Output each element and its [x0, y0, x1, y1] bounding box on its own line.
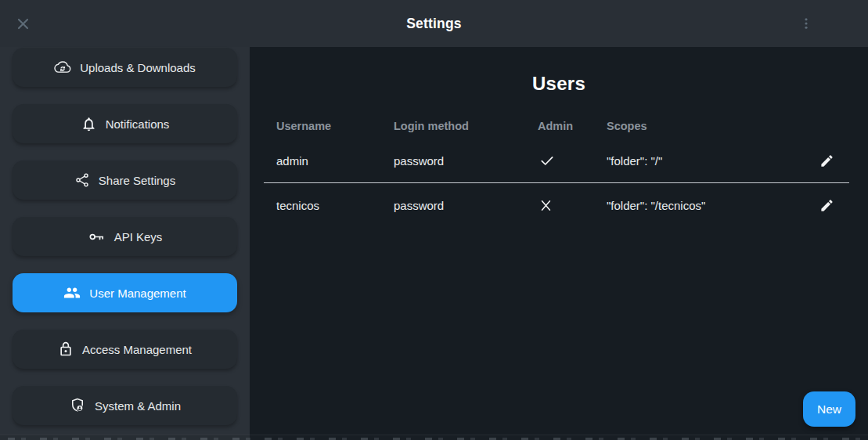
shield-admin-icon: [69, 397, 86, 414]
sidebar-item-api-keys[interactable]: API Keys: [13, 217, 237, 256]
sidebar-item-label: API Keys: [114, 230, 163, 243]
more-options-button[interactable]: [793, 10, 819, 37]
settings-sidebar: Uploads & Downloads Notifications Share …: [0, 47, 250, 435]
cell-scopes: "folder": "/": [607, 154, 818, 168]
key-icon: [88, 228, 106, 246]
page-title: Users: [250, 73, 868, 95]
cloud-sync-icon: [54, 59, 71, 76]
column-header-username: Username: [276, 120, 394, 132]
sidebar-item-label: Uploads & Downloads: [80, 61, 196, 74]
cell-login-method: password: [394, 199, 538, 212]
table-row: tecnicos password "folder": "/tecnicos": [264, 183, 849, 228]
admin-cross-icon: [539, 199, 553, 212]
share-icon: [74, 172, 90, 188]
table-row: admin password "folder": "/": [264, 139, 849, 183]
people-icon: [63, 284, 81, 301]
sidebar-item-user-management[interactable]: User Management: [13, 273, 237, 312]
sidebar-item-uploads-downloads[interactable]: Uploads & Downloads: [13, 48, 237, 87]
cell-login-method: password: [394, 154, 538, 168]
new-user-button[interactable]: New: [803, 391, 855, 427]
cell-username: tecnicos: [276, 199, 394, 212]
lock-icon: [58, 341, 74, 357]
sidebar-item-system-admin[interactable]: System & Admin: [13, 386, 237, 425]
column-header-scopes: Scopes: [607, 120, 818, 132]
sidebar-item-access-management[interactable]: Access Management: [13, 330, 237, 369]
cell-admin: [538, 153, 607, 168]
bell-icon: [81, 116, 97, 132]
sidebar-item-label: System & Admin: [95, 399, 181, 413]
admin-check-icon: [539, 153, 555, 168]
table-header-row: Username Login method Admin Scopes: [264, 113, 849, 139]
sidebar-item-label: Share Settings: [99, 174, 175, 187]
sidebar-item-notifications[interactable]: Notifications: [13, 104, 237, 143]
sidebar-item-label: Notifications: [106, 117, 170, 131]
edit-pencil-icon: [819, 198, 834, 213]
topbar: Settings: [0, 0, 868, 47]
cell-username: admin: [276, 154, 394, 168]
edit-user-button[interactable]: [818, 197, 836, 215]
edit-user-button[interactable]: [818, 152, 836, 170]
cell-scopes: "folder": "/tecnicos": [607, 199, 818, 212]
edit-pencil-icon: [819, 153, 834, 168]
sidebar-item-label: User Management: [89, 287, 185, 300]
underlying-page-strip: [0, 435, 868, 440]
column-header-admin: Admin: [538, 120, 607, 132]
sidebar-item-share-settings[interactable]: Share Settings: [13, 160, 237, 200]
sidebar-item-label: Access Management: [82, 343, 192, 356]
users-panel: Users Username Login method Admin Scopes…: [250, 47, 868, 435]
kebab-menu-icon: [799, 16, 813, 31]
cell-admin: [538, 199, 607, 212]
column-header-login-method: Login method: [394, 120, 538, 132]
users-table: Username Login method Admin Scopes admin…: [264, 113, 849, 228]
window-title: Settings: [0, 16, 868, 32]
